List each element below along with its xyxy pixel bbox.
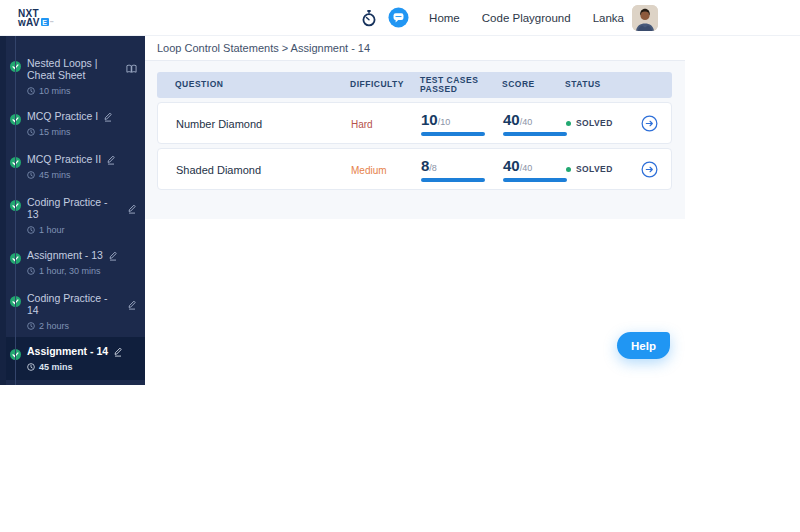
sidebar-item-duration: 1 hour xyxy=(39,225,65,235)
score-total: /40 xyxy=(520,163,533,173)
course-sidebar: Nested Loops | Cheat Sheet 10 mins MCQ P… xyxy=(0,36,145,385)
sidebar-item-label: MCQ Practice I xyxy=(27,110,98,122)
edit-icon xyxy=(127,299,137,310)
nav-links: Home Code Playground xyxy=(429,12,571,24)
status-badge: SOLVED xyxy=(566,118,641,128)
sidebar-item-nested-loops-cheat-sheet[interactable]: Nested Loops | Cheat Sheet 10 mins xyxy=(0,49,145,102)
open-question-arrow-icon[interactable] xyxy=(641,161,658,178)
help-button[interactable]: Help xyxy=(617,332,670,359)
test-cases-total: /8 xyxy=(429,163,437,173)
sidebar-item-label: Nested Loops | Cheat Sheet xyxy=(27,57,121,81)
clock-icon xyxy=(27,128,35,136)
top-navbar: NXT wAVE™ Home Code Playground Lanka xyxy=(0,0,800,36)
sidebar-item-mcq-practice-ii[interactable]: MCQ Practice II 45 mins xyxy=(0,145,145,188)
breadcrumb-bar: Loop Control Statements > Assignment - 1… xyxy=(145,36,685,61)
sidebar-item-label: Assignment - 14 xyxy=(27,345,108,357)
test-cases-total: /10 xyxy=(438,117,451,127)
header-difficulty: Difficulty xyxy=(350,80,420,90)
sidebar-timeline xyxy=(15,36,16,385)
question-row: Shaded Diamond Medium 8/8 40/40 SOLVED xyxy=(157,148,672,190)
edit-icon xyxy=(113,346,123,357)
sidebar-edge xyxy=(0,36,6,385)
status-label: SOLVED xyxy=(576,118,613,128)
stopwatch-icon[interactable] xyxy=(360,9,378,27)
status-label: SOLVED xyxy=(576,164,613,174)
header-score: Score xyxy=(502,80,565,90)
sidebar-item-label: Coding Practice - 14 xyxy=(27,292,122,316)
edit-icon xyxy=(127,203,137,214)
question-row: Number Diamond Hard 10/10 40/40 SOLVED xyxy=(157,102,672,144)
sidebar-item-assignment-14[interactable]: Assignment - 14 45 mins xyxy=(0,337,145,380)
assignment-content: Question Difficulty Test Cases Passed Sc… xyxy=(145,61,685,219)
sidebar-item-duration: 45 mins xyxy=(39,362,73,372)
breadcrumb: Loop Control Statements > Assignment - 1… xyxy=(157,42,370,54)
score-cell: 40/40 xyxy=(503,157,566,182)
sidebar-item-duration: 2 hours xyxy=(39,321,69,331)
sidebar-item-duration: 45 mins xyxy=(39,170,71,180)
sidebar-item-duration: 15 mins xyxy=(39,127,71,137)
main-content: Loop Control Statements > Assignment - 1… xyxy=(145,36,685,219)
sidebar-item-coding-practice-14[interactable]: Coding Practice - 14 2 hours xyxy=(0,284,145,337)
difficulty-label: Medium xyxy=(351,165,387,176)
sidebar-item-duration: 1 hour, 30 mins xyxy=(39,266,101,276)
question-name: Shaded Diamond xyxy=(176,164,261,176)
clock-icon xyxy=(27,87,35,95)
score-progress-bar xyxy=(503,132,567,136)
status-dot-icon xyxy=(566,167,571,172)
sidebar-item-duration: 10 mins xyxy=(39,86,71,96)
status-badge: SOLVED xyxy=(566,164,641,174)
sidebar-item-coding-practice-15[interactable]: Coding Practice - 15 45 mins xyxy=(0,380,145,385)
test-cases-progress-bar xyxy=(421,132,485,136)
clock-icon xyxy=(27,322,35,330)
sidebar-item-label: Assignment - 13 xyxy=(27,249,103,261)
user-name: Lanka xyxy=(593,12,624,24)
question-name: Number Diamond xyxy=(176,118,262,130)
clock-icon xyxy=(27,226,35,234)
chat-icon[interactable] xyxy=(388,7,409,28)
difficulty-label: Hard xyxy=(351,119,373,130)
sidebar-items: Nested Loops | Cheat Sheet 10 mins MCQ P… xyxy=(0,49,145,385)
questions-table: Question Difficulty Test Cases Passed Sc… xyxy=(157,72,672,190)
header-question: Question xyxy=(157,80,350,90)
sidebar-item-label: Coding Practice - 13 xyxy=(27,196,122,220)
test-cases-cell: 8/8 xyxy=(421,157,503,182)
user-menu[interactable]: Lanka xyxy=(593,5,658,31)
clock-icon xyxy=(27,267,35,275)
status-dot-icon xyxy=(566,121,571,126)
sidebar-item-assignment-13[interactable]: Assignment - 13 1 hour, 30 mins xyxy=(0,241,145,284)
test-cases-passed: 10 xyxy=(421,111,438,128)
edit-icon xyxy=(103,111,113,122)
header-test-cases: Test Cases Passed xyxy=(420,76,502,95)
open-question-arrow-icon[interactable] xyxy=(641,115,658,132)
nav-link-code-playground[interactable]: Code Playground xyxy=(482,12,571,24)
table-header-row: Question Difficulty Test Cases Passed Sc… xyxy=(157,72,672,98)
logo-line2: wAVE™ xyxy=(18,18,54,27)
score-cell: 40/40 xyxy=(503,111,566,136)
table-body: Number Diamond Hard 10/10 40/40 SOLVED S… xyxy=(157,102,672,190)
sidebar-item-coding-practice-13[interactable]: Coding Practice - 13 1 hour xyxy=(0,188,145,241)
sidebar-item-label: MCQ Practice II xyxy=(27,153,101,165)
avatar[interactable] xyxy=(632,5,658,31)
nav-link-home[interactable]: Home xyxy=(429,12,460,24)
sidebar-item-mcq-practice-i[interactable]: MCQ Practice I 15 mins xyxy=(0,102,145,145)
test-cases-cell: 10/10 xyxy=(421,111,503,136)
test-cases-progress-bar xyxy=(421,178,485,182)
clock-icon xyxy=(27,363,35,371)
score-total: /40 xyxy=(520,117,533,127)
clock-icon xyxy=(27,171,35,179)
header-status: Status xyxy=(565,80,640,90)
edit-icon xyxy=(108,250,118,261)
edit-icon xyxy=(106,154,116,165)
score-value: 40 xyxy=(503,157,520,174)
nxtwave-logo[interactable]: NXT wAVE™ xyxy=(18,9,54,27)
score-progress-bar xyxy=(503,178,567,182)
score-value: 40 xyxy=(503,111,520,128)
book-icon xyxy=(126,64,137,74)
